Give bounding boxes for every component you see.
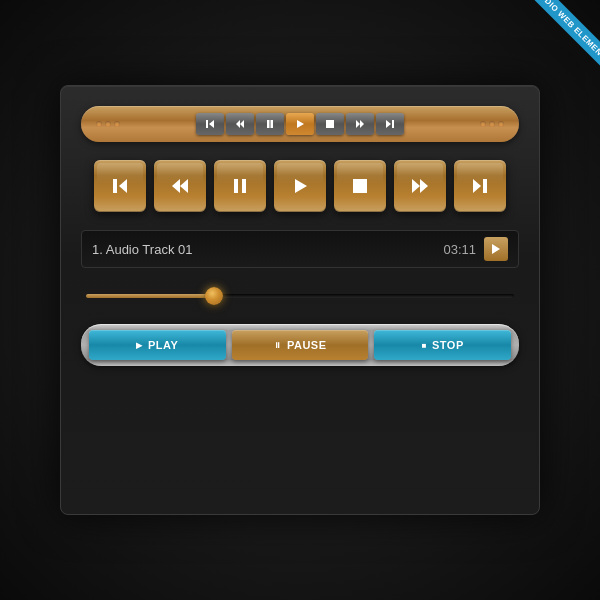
volume-slider-container	[81, 286, 519, 306]
svg-rect-5	[271, 120, 274, 128]
corner-ribbon: AUDIO WEB ELEMENTS	[500, 0, 600, 100]
slider-fill	[86, 294, 214, 298]
slider-thumb[interactable]	[205, 287, 223, 305]
rewind-button[interactable]	[154, 160, 206, 212]
svg-rect-23	[483, 179, 487, 193]
action-stop-button[interactable]: ■ STOP	[374, 330, 511, 360]
player-container: 1. Audio Track 01 03:11 ▶ PLAY ⏸ PAUSE ■…	[60, 85, 540, 515]
action-pause-label: PAUSE	[287, 339, 327, 351]
compact-skip-forward-button[interactable]	[376, 113, 404, 135]
track-name: 1. Audio Track 01	[92, 242, 192, 257]
svg-marker-9	[360, 120, 364, 128]
pause-button[interactable]	[214, 160, 266, 212]
track-time: 03:11	[443, 242, 476, 257]
svg-marker-10	[386, 120, 391, 128]
dot-4	[480, 121, 486, 127]
svg-marker-0	[209, 120, 214, 128]
play-button[interactable]	[274, 160, 326, 212]
dot-2	[105, 121, 111, 127]
dot-6	[498, 121, 504, 127]
slider-track[interactable]	[86, 294, 514, 298]
action-pause-button[interactable]: ⏸ PAUSE	[232, 330, 369, 360]
dot-3	[114, 121, 120, 127]
track-play-button[interactable]	[484, 237, 508, 261]
compact-forward-button[interactable]	[346, 113, 374, 135]
compact-controls	[129, 113, 471, 135]
svg-marker-8	[356, 120, 360, 128]
svg-rect-16	[234, 179, 238, 193]
skip-back-button[interactable]	[94, 160, 146, 212]
svg-rect-7	[326, 120, 334, 128]
svg-rect-19	[353, 179, 367, 193]
action-play-label: PLAY	[148, 339, 178, 351]
svg-marker-15	[172, 179, 180, 193]
svg-marker-2	[240, 120, 244, 128]
svg-rect-4	[267, 120, 270, 128]
svg-rect-11	[392, 120, 394, 128]
track-list: 1. Audio Track 01 03:11	[81, 230, 519, 268]
dot-1	[96, 121, 102, 127]
stop-button[interactable]	[334, 160, 386, 212]
action-bar: ▶ PLAY ⏸ PAUSE ■ STOP	[81, 324, 519, 366]
fast-forward-button[interactable]	[394, 160, 446, 212]
play-icon: ▶	[136, 341, 143, 350]
compact-rewind-button[interactable]	[226, 113, 254, 135]
compact-skip-back-button[interactable]	[196, 113, 224, 135]
left-dots	[91, 121, 125, 127]
svg-marker-3	[236, 120, 240, 128]
svg-marker-24	[492, 244, 500, 254]
svg-marker-6	[297, 120, 304, 128]
svg-marker-18	[295, 179, 307, 193]
svg-marker-20	[412, 179, 420, 193]
large-button-grid	[81, 160, 519, 212]
svg-marker-14	[180, 179, 188, 193]
svg-marker-12	[119, 179, 127, 193]
compact-pause-button[interactable]	[256, 113, 284, 135]
svg-rect-1	[206, 120, 208, 128]
svg-rect-17	[242, 179, 246, 193]
compact-transport-bar	[81, 106, 519, 142]
right-dots	[475, 121, 509, 127]
compact-stop-button[interactable]	[316, 113, 344, 135]
svg-marker-21	[420, 179, 428, 193]
ribbon-text: AUDIO WEB ELEMENTS	[528, 0, 600, 71]
track-right: 03:11	[443, 237, 508, 261]
pause-icon: ⏸	[273, 341, 282, 350]
svg-marker-22	[473, 179, 481, 193]
svg-rect-13	[113, 179, 117, 193]
stop-icon: ■	[422, 341, 427, 350]
action-play-button[interactable]: ▶ PLAY	[89, 330, 226, 360]
dot-5	[489, 121, 495, 127]
compact-play-button[interactable]	[286, 113, 314, 135]
skip-forward-button[interactable]	[454, 160, 506, 212]
action-stop-label: STOP	[432, 339, 464, 351]
